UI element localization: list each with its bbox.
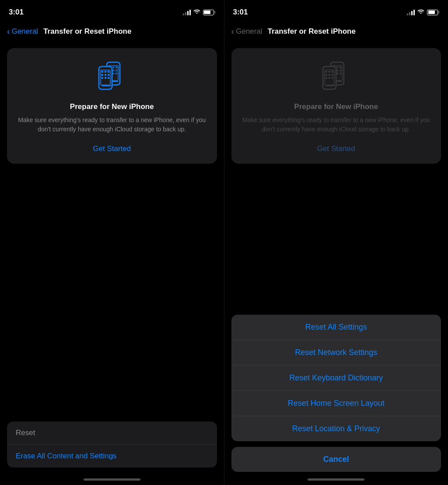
- svg-rect-22: [105, 77, 106, 79]
- svg-rect-32: [340, 70, 341, 71]
- svg-rect-18: [102, 74, 103, 76]
- svg-rect-29: [340, 67, 341, 68]
- svg-rect-8: [116, 70, 117, 71]
- signal-icon-right: [407, 9, 415, 15]
- svg-rect-45: [326, 77, 327, 79]
- status-time-left: 3:01: [9, 8, 24, 17]
- svg-rect-23: [108, 77, 109, 79]
- svg-rect-4: [112, 67, 114, 68]
- svg-rect-47: [332, 77, 333, 79]
- svg-rect-42: [326, 74, 327, 76]
- reset-location-privacy-item[interactable]: Reset Location & Privacy: [231, 416, 441, 441]
- home-indicator-right: [308, 478, 364, 481]
- svg-rect-41: [332, 71, 333, 73]
- reset-all-settings-item[interactable]: Reset All Settings: [231, 315, 441, 340]
- svg-rect-46: [329, 77, 330, 79]
- status-bar-left: 3:01: [0, 0, 224, 22]
- svg-rect-7: [112, 70, 114, 71]
- reset-section-left: Reset Erase All Content and Settings: [7, 422, 217, 467]
- chevron-left-icon-right: ‹: [231, 26, 234, 36]
- get-started-button-right[interactable]: Get Started: [317, 143, 355, 155]
- battery-icon-left: [203, 10, 215, 15]
- reset-item-left[interactable]: Reset: [7, 422, 217, 445]
- wifi-icon-right: [417, 9, 424, 16]
- chevron-left-icon: ‹: [7, 26, 10, 36]
- status-time-right: 3:01: [233, 8, 248, 17]
- svg-rect-43: [329, 74, 330, 76]
- signal-icon-left: [183, 9, 191, 15]
- reset-keyboard-dictionary-item[interactable]: Reset Keyboard Dictionary: [231, 366, 441, 391]
- home-indicator-left: [84, 478, 140, 481]
- svg-rect-44: [332, 74, 333, 76]
- svg-rect-35: [340, 73, 341, 74]
- svg-rect-40: [329, 71, 330, 73]
- prepare-card-right: Prepare for New iPhone Make sure everyth…: [231, 48, 441, 164]
- prepare-title-left: Prepare for New iPhone: [70, 102, 154, 111]
- svg-rect-17: [108, 71, 109, 73]
- nav-bar-right: ‹ General Transfer or Reset iPhone: [224, 22, 448, 44]
- page-title-right: Transfer or Reset iPhone: [268, 27, 356, 36]
- wifi-icon-left: [193, 9, 200, 16]
- reset-menu: Reset All Settings Reset Network Setting…: [231, 315, 441, 441]
- status-bar-right: 3:01: [224, 0, 448, 22]
- nav-bar-left: ‹ General Transfer or Reset iPhone: [0, 22, 224, 44]
- svg-rect-34: [336, 73, 338, 74]
- svg-rect-21: [102, 77, 103, 79]
- page-title-left: Transfer or Reset iPhone: [43, 27, 131, 36]
- svg-rect-10: [112, 73, 114, 74]
- prepare-desc-left: Make sure everything's ready to transfer…: [16, 116, 208, 134]
- prepare-desc-right: Make sure everything's ready to transfer…: [240, 116, 433, 134]
- prepare-title-right: Prepare for New iPhone: [294, 102, 378, 111]
- status-icons-left: [183, 9, 215, 16]
- get-started-button-left[interactable]: Get Started: [93, 143, 131, 155]
- reset-network-settings-item[interactable]: Reset Network Settings: [231, 340, 441, 366]
- status-icons-right: [407, 9, 439, 16]
- back-label-left: General: [12, 27, 38, 36]
- back-label-right: General: [236, 27, 262, 36]
- prepare-card-left: Prepare for New iPhone Make sure everyth…: [7, 48, 217, 164]
- back-button-right: ‹ General: [231, 27, 262, 36]
- svg-rect-5: [116, 67, 117, 68]
- back-button-left[interactable]: ‹ General: [7, 27, 38, 36]
- svg-rect-31: [336, 70, 338, 71]
- svg-rect-20: [108, 74, 109, 76]
- svg-rect-16: [105, 71, 106, 73]
- transfer-icon-left: [94, 59, 130, 95]
- svg-rect-11: [116, 73, 117, 74]
- battery-icon-right: [427, 10, 439, 15]
- right-panel: 3:01 ‹ General Transfer or Reset i: [224, 0, 448, 485]
- erase-item-left[interactable]: Erase All Content and Settings: [7, 445, 217, 467]
- svg-rect-15: [102, 71, 103, 73]
- cancel-button[interactable]: Cancel: [231, 447, 441, 472]
- svg-rect-28: [336, 67, 338, 68]
- svg-rect-39: [326, 71, 327, 73]
- svg-rect-19: [105, 74, 106, 76]
- reset-home-screen-layout-item[interactable]: Reset Home Screen Layout: [231, 391, 441, 416]
- transfer-icon-right: [318, 59, 354, 95]
- left-panel: 3:01 ‹ General Transfer or Reset i: [0, 0, 224, 485]
